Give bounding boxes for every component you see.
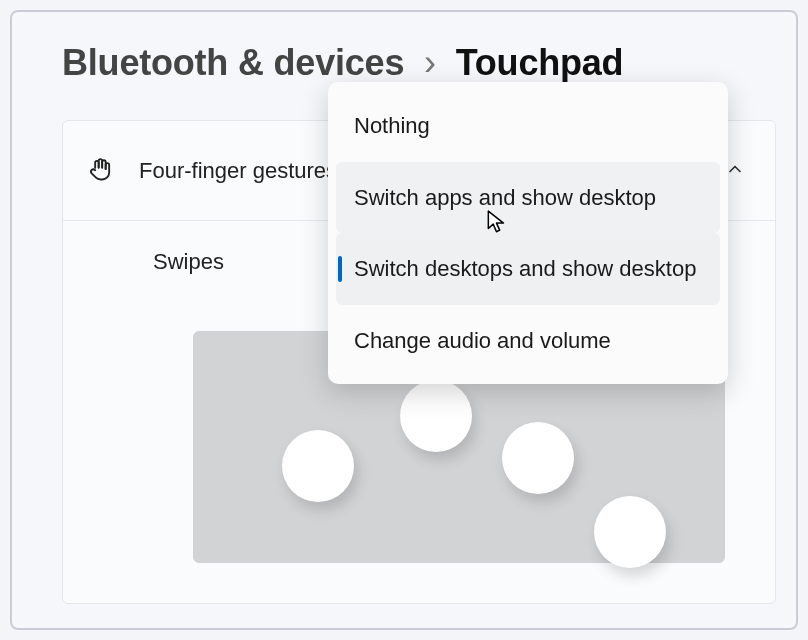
chevron-right-icon: › <box>424 42 436 83</box>
finger-dot <box>282 430 354 502</box>
finger-dot <box>502 422 574 494</box>
dropdown-option[interactable]: Change audio and volume <box>336 305 720 377</box>
finger-dot <box>594 496 666 568</box>
chevron-up-icon[interactable] <box>725 159 745 183</box>
dropdown-option[interactable]: Switch apps and show desktop <box>336 162 720 234</box>
dropdown-option[interactable]: Switch desktops and show desktop <box>336 233 720 305</box>
finger-dot <box>400 380 472 452</box>
breadcrumb: Bluetooth & devices › Touchpad <box>62 42 623 84</box>
breadcrumb-category[interactable]: Bluetooth & devices <box>62 42 404 83</box>
dropdown-option[interactable]: Nothing <box>336 90 720 162</box>
breadcrumb-page: Touchpad <box>456 42 624 83</box>
swipes-dropdown[interactable]: NothingSwitch apps and show desktopSwitc… <box>328 82 728 384</box>
hand-icon <box>87 155 115 187</box>
